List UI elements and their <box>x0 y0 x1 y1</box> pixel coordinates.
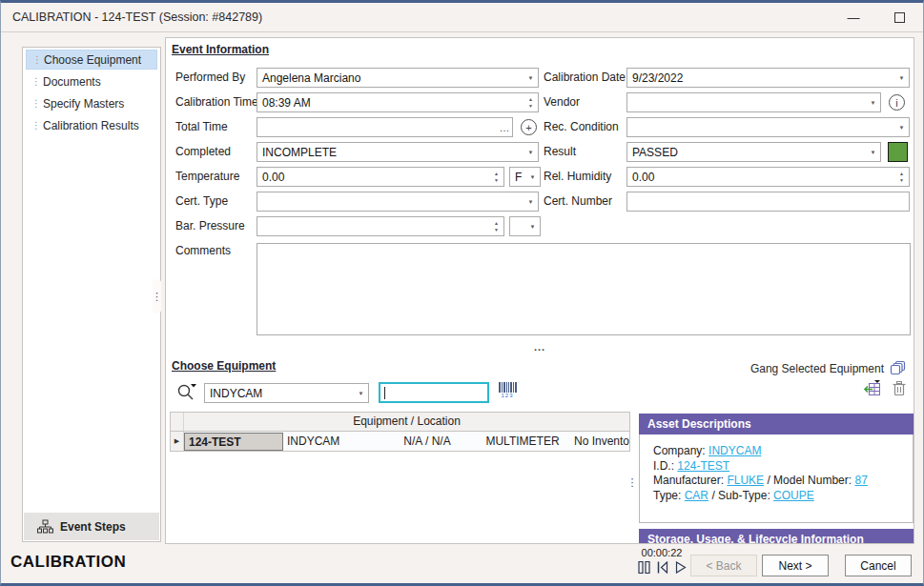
model-number-link[interactable]: 87 <box>854 474 867 487</box>
org-chart-icon <box>37 519 53 534</box>
sidebar-item-label: Choose Equipment <box>44 53 141 67</box>
result-combobox[interactable]: PASSED ▼ <box>626 142 881 162</box>
add-time-button[interactable]: + <box>521 119 537 135</box>
calibration-time-label: Calibration Time <box>175 92 258 112</box>
sidebar-item-specify-masters[interactable]: ⋮ Specify Masters <box>26 93 157 113</box>
temperature-label: Temperature <box>175 167 239 187</box>
skip-to-start-button[interactable] <box>657 561 668 574</box>
cell-type[interactable]: MULTIMETER <box>475 433 570 450</box>
temperature-spinner[interactable]: 0.00 ▲▼ <box>257 167 504 187</box>
splitter-grip-icon: ⋮ <box>152 291 162 303</box>
table-row[interactable]: ▶ 124-TEST INDYCAM N/A / N/A MULTIMETER … <box>171 432 629 451</box>
equipment-filter-combobox[interactable]: INDYCAM ▼ <box>204 383 369 403</box>
next-button[interactable]: Next > <box>762 555 829 576</box>
maximize-button[interactable] <box>883 3 915 31</box>
sidebar-item-choose-equipment[interactable]: ⋮ Choose Equipment <box>26 50 157 70</box>
company-link[interactable]: INDYCAM <box>708 444 761 457</box>
chevron-down-icon: ▼ <box>894 69 909 87</box>
total-time-field[interactable]: … <box>257 117 513 137</box>
asset-company-line: Company: INDYCAM <box>653 444 913 459</box>
equipment-id-link[interactable]: 124-TEST <box>677 459 729 473</box>
maximize-icon <box>894 12 905 23</box>
gang-stack-icon <box>890 360 906 376</box>
bar-pressure-spinner[interactable]: ▲▼ <box>257 216 504 236</box>
splitter-grip-icon: ⋮ <box>627 476 638 489</box>
sidebar-item-label: Documents <box>43 75 101 89</box>
chevron-down-icon: ▼ <box>524 143 538 161</box>
spinner-arrows-icon[interactable]: ▲▼ <box>489 168 503 186</box>
completed-combobox[interactable]: INCOMPLETE ▼ <box>257 142 539 162</box>
asset-descriptions-header: Asset Descriptions <box>639 414 914 434</box>
drag-grip-icon: ⋮ <box>31 77 43 87</box>
event-steps-button[interactable]: Event Steps <box>24 513 159 540</box>
cell-location[interactable]: N/A / N/A <box>380 433 475 450</box>
back-button[interactable]: < Back <box>690 555 757 576</box>
play-button[interactable] <box>675 561 687 574</box>
asset-id-line: I.D.: 124-TEST <box>653 459 913 475</box>
completed-label: Completed <box>175 142 231 162</box>
equipment-search-input[interactable] <box>379 382 489 403</box>
spinner-arrows-icon[interactable]: ▲▼ <box>489 217 503 235</box>
cell-company[interactable]: INDYCAM <box>283 433 380 450</box>
search-icon[interactable] <box>176 382 197 403</box>
equipment-location-column-header: Equipment / Location <box>184 413 629 431</box>
spinner-arrows-icon[interactable]: ▲▼ <box>894 168 909 186</box>
chevron-down-icon: ▼ <box>525 168 540 186</box>
minimize-button[interactable]: — <box>837 3 870 31</box>
cert-type-combobox[interactable]: ▼ <box>257 192 539 212</box>
sidebar-splitter-handle[interactable]: ⋮ <box>153 279 161 313</box>
rel-humidity-spinner[interactable]: 0.00 ▲▼ <box>626 167 910 187</box>
calibration-date-combobox[interactable]: 9/23/2022 ▼ <box>626 68 910 88</box>
export-grid-button[interactable] <box>861 380 881 397</box>
delete-trash-button[interactable] <box>893 380 906 396</box>
event-steps-label: Event Steps <box>60 520 126 534</box>
sidebar-item-label: Specify Masters <box>43 97 124 111</box>
comments-textarea[interactable] <box>257 243 911 335</box>
rec-condition-label: Rec. Condition <box>544 117 619 137</box>
sidebar: ⋮ Choose Equipment ⋮ Documents ⋮ Specify… <box>22 47 161 542</box>
event-information-heading: Event Information <box>172 43 269 56</box>
barcode-scan-icon[interactable]: 123 <box>498 382 517 401</box>
asset-panel-splitter-handle[interactable]: ⋮ <box>626 463 638 501</box>
cell-equipment-id[interactable]: 124-TEST <box>184 433 283 451</box>
bar-pressure-unit-combobox[interactable]: ▼ <box>509 216 541 236</box>
text-caret <box>384 387 385 399</box>
spinner-arrows-icon[interactable]: ▲▼ <box>524 93 538 111</box>
main-panel: Event Information Performed By Angelena … <box>165 37 914 544</box>
drag-grip-icon: ⋮ <box>31 121 43 131</box>
window-title: CALIBRATION - 124-TEST (Session: #842789… <box>12 10 262 24</box>
pause-button[interactable] <box>638 561 650 574</box>
vendor-combobox[interactable]: ▼ <box>626 92 881 112</box>
collapse-splitter-handle[interactable]: ... <box>166 343 914 351</box>
cell-inventory[interactable]: No Inventor <box>570 433 629 450</box>
storage-usage-lifecycle-header: Storage, Usage, & Lifecycle Information <box>639 529 914 544</box>
performed-by-label: Performed By <box>175 68 245 88</box>
choose-equipment-heading: Choose Equipment <box>172 359 276 373</box>
chevron-down-icon: ▼ <box>525 217 540 235</box>
titlebar: CALIBRATION - 124-TEST (Session: #842789… <box>1 3 923 32</box>
calibration-time-spinner[interactable]: 08:39 AM ▲▼ <box>257 92 539 112</box>
sidebar-item-calibration-results[interactable]: ⋮ Calibration Results <box>26 115 157 135</box>
total-time-label: Total Time <box>175 117 228 137</box>
gang-label: Gang Selected Equipment <box>750 362 884 375</box>
gang-selected-equipment-button[interactable]: Gang Selected Equipment <box>750 360 906 376</box>
vendor-info-icon[interactable]: i <box>889 94 905 111</box>
temperature-unit-combobox[interactable]: F ▼ <box>509 167 541 187</box>
cert-number-input[interactable] <box>626 192 910 212</box>
asset-descriptions-body: Company: INDYCAM I.D.: 124-TEST Manufact… <box>639 434 914 523</box>
calibration-date-label: Calibration Date <box>544 68 626 88</box>
type-link[interactable]: CAR <box>685 489 708 502</box>
chevron-down-icon: ▼ <box>524 192 538 211</box>
app-window: CALIBRATION - 124-TEST (Session: #842789… <box>0 0 924 586</box>
sidebar-item-documents[interactable]: ⋮ Documents <box>26 71 157 91</box>
cancel-button[interactable]: Cancel <box>845 555 912 576</box>
minimize-icon: — <box>848 10 860 25</box>
performed-by-combobox[interactable]: Angelena Marciano ▼ <box>257 68 539 88</box>
subtype-link[interactable]: COUPE <box>773 489 814 502</box>
equipment-table-header[interactable]: Equipment / Location <box>171 413 629 432</box>
manufacturer-link[interactable]: FLUKE <box>727 474 764 487</box>
total-time-ellipsis-button[interactable]: … <box>497 122 512 133</box>
sidebar-item-label: Calibration Results <box>43 119 139 132</box>
rec-condition-combobox[interactable]: ▼ <box>626 117 910 137</box>
drag-grip-icon: ⋮ <box>32 55 44 65</box>
